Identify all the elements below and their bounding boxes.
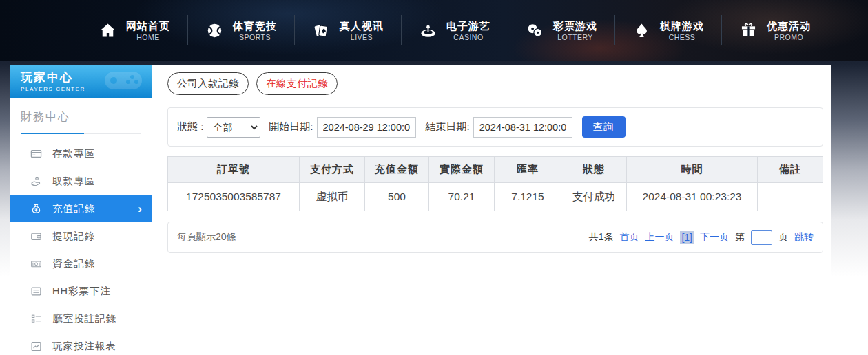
nav-item-casino[interactable]: 电子游艺 CASINO bbox=[402, 19, 508, 42]
nav-item-lives[interactable]: 真人视讯 LIVES bbox=[295, 19, 401, 42]
total-count: 共1条 bbox=[589, 231, 614, 244]
cell-payment-method: 虚拟币 bbox=[300, 183, 365, 211]
col-recharge-amount: 充值金額 bbox=[365, 157, 429, 183]
nav-item-sports[interactable]: 体育竞技 SPORTS bbox=[188, 19, 294, 42]
sidebar-item-label: 廳室投註記錄 bbox=[52, 312, 116, 325]
cards-icon bbox=[312, 21, 331, 40]
nav-item-promo[interactable]: 优惠活动 PROMO bbox=[722, 19, 828, 42]
nav-item-home[interactable]: 网站首页 HOME bbox=[81, 19, 187, 42]
nav-sublabel: HOME bbox=[126, 32, 170, 42]
filter-panel: 狀態 : 全部 開始日期: 結束日期: 查詢 bbox=[167, 107, 823, 147]
section-divider bbox=[21, 133, 141, 134]
nav-items-row: 网站首页 HOME 体育竞技 SPORTS 真人视讯 LIVES bbox=[81, 15, 828, 45]
first-page-link[interactable]: 首页 bbox=[619, 231, 639, 244]
sidebar-item-label: 充值記錄 bbox=[52, 202, 95, 215]
sidebar-item-funds-records[interactable]: 資金記錄 bbox=[10, 250, 152, 277]
records-table: 訂單號 支付方式 充值金額 實際金額 匯率 狀態 時間 備註 172503500… bbox=[167, 156, 823, 211]
nav-sublabel: LIVES bbox=[340, 32, 384, 42]
col-time: 時間 bbox=[627, 157, 758, 183]
pagination-controls: 共1条 首页 上一页 [1] 下一页 第 页 跳转 bbox=[589, 230, 814, 245]
col-exchange-rate: 匯率 bbox=[495, 157, 561, 183]
table-row: 1725035003585787 虚拟币 500 70.21 7.1215 支付… bbox=[168, 183, 823, 211]
col-status: 狀態 bbox=[561, 157, 627, 183]
sidebar-item-withdrawal-records[interactable]: 提現記錄 bbox=[10, 222, 152, 250]
sidebar-item-label: 提現記錄 bbox=[52, 230, 95, 243]
cell-recharge-amount: 500 bbox=[365, 183, 429, 211]
page-jump-suffix: 页 bbox=[778, 231, 788, 244]
sidebar: 玩家中心 PLAYERS CENTER 財務中心 存款專區 取款專區 bbox=[10, 65, 152, 355]
gamepad-icon bbox=[102, 67, 145, 98]
sidebar-item-recharge-records[interactable]: 充值記錄 › bbox=[10, 195, 152, 222]
nav-label: 真人视讯 bbox=[340, 19, 384, 32]
sidebar-menu: 存款專區 取款專區 充值記錄 › 提現記錄 bbox=[10, 140, 152, 355]
chevron-right-icon: › bbox=[138, 203, 143, 215]
cell-time: 2024-08-31 00:23:23 bbox=[627, 183, 758, 211]
sidebar-item-label: 玩家投注報表 bbox=[52, 340, 116, 353]
next-page-link[interactable]: 下一页 bbox=[700, 231, 729, 244]
status-select[interactable]: 全部 bbox=[207, 117, 260, 138]
spade-icon bbox=[632, 21, 651, 40]
nav-item-lottery[interactable]: 彩票游戏 LOTTERY bbox=[508, 19, 614, 42]
sidebar-item-label: HH彩票下注 bbox=[52, 285, 111, 298]
col-remark: 備註 bbox=[758, 157, 823, 183]
status-label: 狀態 : bbox=[177, 120, 203, 133]
table-header-row: 訂單號 支付方式 充值金額 實際金額 匯率 狀態 時間 備註 bbox=[168, 157, 823, 183]
sidebar-section-title: 財務中心 bbox=[21, 110, 141, 125]
nav-sublabel: LOTTERY bbox=[553, 32, 597, 42]
sidebar-item-label: 取款專區 bbox=[52, 175, 95, 188]
cell-remark bbox=[758, 183, 823, 211]
sidebar-item-label: 資金記錄 bbox=[52, 257, 95, 270]
checklist-icon bbox=[30, 313, 42, 325]
cell-exchange-rate: 7.1215 bbox=[495, 183, 561, 211]
query-button[interactable]: 查詢 bbox=[582, 116, 626, 138]
top-navigation-bar: 网站首页 HOME 体育竞技 SPORTS 真人视讯 LIVES bbox=[0, 0, 868, 61]
lottery-balls-icon bbox=[526, 21, 544, 40]
nav-item-chess[interactable]: 棋牌游戏 CHESS bbox=[615, 19, 721, 42]
nav-sublabel: SPORTS bbox=[233, 32, 277, 42]
start-date-input[interactable] bbox=[317, 117, 416, 138]
withdraw-hand-icon bbox=[30, 175, 42, 187]
sidebar-header: 玩家中心 PLAYERS CENTER bbox=[10, 65, 152, 98]
sidebar-section: 財務中心 bbox=[10, 98, 152, 134]
sports-ball-icon bbox=[205, 21, 224, 40]
jump-link[interactable]: 跳转 bbox=[794, 231, 814, 244]
end-date-input[interactable] bbox=[473, 117, 572, 138]
start-date-label: 開始日期: bbox=[269, 120, 313, 133]
sidebar-item-hall-bet-records[interactable]: 廳室投註記錄 bbox=[10, 305, 152, 332]
col-payment-method: 支付方式 bbox=[300, 157, 365, 183]
nav-label: 电子游艺 bbox=[446, 19, 490, 32]
current-page: [1] bbox=[680, 231, 694, 244]
nav-sublabel: PROMO bbox=[767, 32, 811, 42]
main-content: 公司入款記錄 在線支付記錄 狀態 : 全部 開始日期: 結束日期: 查詢 訂單號… bbox=[152, 65, 831, 355]
tab-online-payment-records[interactable]: 在線支付記錄 bbox=[256, 72, 338, 95]
per-page-text: 每頁顯示20條 bbox=[177, 231, 236, 244]
prev-page-link[interactable]: 上一页 bbox=[645, 231, 674, 244]
sidebar-item-label: 存款專區 bbox=[52, 147, 95, 160]
sidebar-item-deposit-zone[interactable]: 存款專區 bbox=[10, 140, 152, 167]
end-date-label: 結束日期: bbox=[426, 120, 470, 133]
nav-label: 体育竞技 bbox=[233, 19, 277, 32]
sidebar-item-withdraw-zone[interactable]: 取款專區 bbox=[10, 167, 152, 195]
cell-status: 支付成功 bbox=[561, 183, 627, 211]
wallet-icon bbox=[30, 230, 42, 242]
nav-label: 彩票游戏 bbox=[553, 19, 597, 32]
page-number-input[interactable] bbox=[751, 230, 772, 245]
gift-icon bbox=[739, 21, 758, 40]
list-icon bbox=[30, 286, 42, 297]
pagination-bar: 每頁顯示20條 共1条 首页 上一页 [1] 下一页 第 页 跳转 bbox=[167, 222, 823, 253]
page-jump-prefix: 第 bbox=[735, 231, 745, 244]
cell-order-number: 1725035003585787 bbox=[168, 183, 300, 211]
banknote-icon bbox=[30, 258, 42, 270]
sidebar-item-hh-lottery-bets[interactable]: HH彩票下注 bbox=[10, 277, 152, 305]
home-icon bbox=[99, 21, 117, 40]
cell-actual-amount: 70.21 bbox=[429, 183, 495, 211]
tab-company-deposit-records[interactable]: 公司入款記錄 bbox=[167, 72, 249, 95]
report-chart-icon bbox=[30, 341, 42, 352]
sidebar-item-player-bet-report[interactable]: 玩家投注報表 bbox=[10, 332, 152, 355]
content-container: 玩家中心 PLAYERS CENTER 財務中心 存款專區 取款專區 bbox=[10, 65, 831, 355]
record-tabs: 公司入款記錄 在線支付記錄 bbox=[167, 72, 823, 95]
nav-sublabel: CASINO bbox=[446, 32, 490, 42]
deposit-card-icon bbox=[30, 148, 42, 160]
nav-label: 优惠活动 bbox=[767, 19, 811, 32]
roulette-icon bbox=[419, 21, 437, 40]
